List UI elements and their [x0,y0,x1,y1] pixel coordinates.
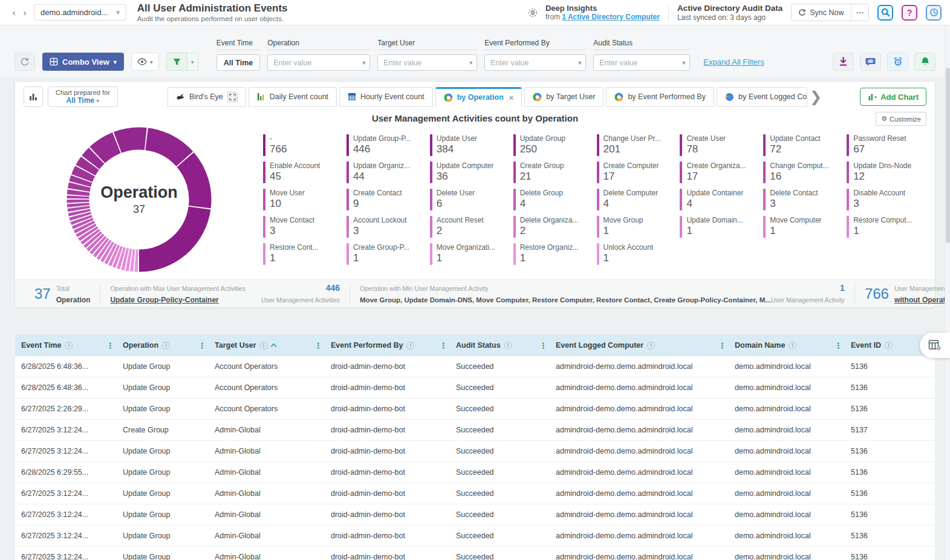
expand-all-filters-link[interactable]: Expand All Filters [703,57,764,67]
legend-item[interactable]: Delete User6 [430,189,507,210]
legend-item[interactable]: Move Contact3 [263,216,340,238]
legend-item[interactable]: Unlock Account1 [597,243,674,265]
legend-item[interactable]: Update Organiz...44 [346,161,424,183]
column-header-audit-status[interactable]: Audit Statusi⋮ [450,334,550,356]
column-menu-icon[interactable]: ⋮ [314,341,322,350]
legend-item[interactable]: Create User78 [680,134,757,156]
event-performed-by-filter-input[interactable] [485,55,585,70]
chart-tab-by-target-user[interactable]: by Target User [524,87,604,107]
donut-slice[interactable] [139,208,200,261]
legend-item[interactable]: Restore Comput...1 [847,216,924,238]
donut-slice[interactable] [97,143,117,155]
donut-slice[interactable] [186,160,200,207]
donut-slice[interactable] [94,241,96,243]
donut-slice[interactable] [80,179,82,184]
notifications-button[interactable] [914,53,935,71]
table-row[interactable]: 6/28/2025 6:29:55...Update GroupAdmin-Gl… [15,462,935,483]
export-download-button[interactable] [833,53,854,71]
info-icon[interactable]: i [885,342,893,350]
alert-schedule-button[interactable] [887,53,908,71]
view-mode-button[interactable]: Combo View ▾ [42,53,124,71]
table-row[interactable]: 6/27/2025 3:12:24...Create GroupAdmin-Gl… [15,420,935,441]
legend-item[interactable]: Change User Pr...201 [597,134,674,156]
chart-type-button[interactable] [24,86,43,107]
filter-button[interactable]: ▾ [166,53,198,71]
info-icon[interactable]: i [65,342,73,350]
table-row[interactable]: 6/27/2025 3:12:24...Update GroupAdmin-Gl… [15,483,935,504]
legend-item[interactable]: Create Contact9 [346,189,424,210]
legend-item[interactable]: Create Computer17 [597,161,674,183]
add-chart-button[interactable]: Add Chart [860,88,926,106]
column-menu-icon[interactable]: ⋮ [718,341,726,350]
donut-slice[interactable] [86,163,90,170]
audit-status-filter-input[interactable] [594,55,689,70]
legend-item[interactable]: Update Group250 [513,134,591,156]
operation-filter-input[interactable] [268,55,369,70]
info-icon[interactable]: i [162,342,170,350]
active-directory-computer-link[interactable]: 1 Active Directory Computer [562,13,660,21]
legend-item[interactable]: Delete Contact3 [763,189,841,210]
reset-view-button[interactable] [15,53,35,71]
donut-slice[interactable] [79,185,80,190]
donut-slice[interactable] [109,253,112,255]
column-menu-icon[interactable]: ⋮ [440,341,447,350]
chart-tab-by-operation[interactable]: by Operation× [435,87,522,107]
customize-button[interactable]: ⚙ Customize [876,112,926,126]
column-header-event-time[interactable]: Event Timei⋮ [15,334,117,356]
donut-chart[interactable]: Operation 37 [15,126,263,273]
chart-prepared-for-dropdown[interactable]: Chart prepared for All Time ▾ [48,86,118,107]
max-operation-link[interactable]: Update Group-Policy-Container [110,296,218,304]
info-icon[interactable]: i [260,342,268,350]
donut-slice[interactable] [128,259,131,260]
info-icon[interactable]: i [406,342,414,350]
column-menu-icon[interactable]: ⋮ [198,341,206,350]
column-settings-button[interactable]: ⚙ [920,333,950,358]
legend-item[interactable]: Create Group21 [513,161,591,183]
donut-slice[interactable] [78,191,79,195]
donut-slice[interactable] [117,138,145,142]
chart-tab-hourly-event-count[interactable]: Hourly Event count [339,87,433,107]
donut-slice[interactable] [84,226,85,228]
legend-item[interactable]: Update Domain...1 [680,216,757,238]
column-header-target-user[interactable]: Target Useri⋮ [209,334,325,356]
sync-more-button[interactable]: ⋯ [851,4,869,21]
legend-item[interactable]: Restore Cont...1 [263,243,340,265]
legend-item[interactable]: Update Container4 [680,189,757,210]
tenant-scope-dropdown[interactable]: demo.admindroid... ▾ [34,4,126,21]
donut-slice[interactable] [91,156,97,163]
legend-item[interactable]: Restore Organiz...1 [513,243,591,265]
column-menu-icon[interactable]: ⋮ [835,341,842,350]
donut-slice[interactable] [106,251,109,252]
legend-item[interactable]: Update Contact72 [763,134,841,156]
column-header-event-logged-computer[interactable]: Event Logged Computeri⋮ [550,334,729,356]
donut-slice[interactable] [82,171,85,178]
table-row[interactable]: 6/28/2025 6:48:36...Update GroupAccount … [15,356,935,377]
target-user-filter-input[interactable] [378,55,477,70]
table-row[interactable]: 6/27/2025 3:12:24...Update GroupAdmin-Gl… [15,526,935,547]
legend-item[interactable]: Update User384 [430,134,507,156]
legend-item[interactable]: Password Reset67 [847,134,924,156]
donut-slice[interactable] [103,249,106,251]
table-row[interactable]: 6/27/2025 3:12:24...Update GroupAdmin-Gl… [15,547,935,560]
expand-icon[interactable] [227,92,238,102]
legend-item[interactable]: Create Group-P...1 [346,243,424,265]
legend-item[interactable]: Move User10 [263,189,340,210]
chart-tab-by-event-logged-com[interactable]: by Event Logged Com [717,87,807,107]
close-icon[interactable]: × [509,93,514,102]
table-row[interactable]: 6/27/2025 3:12:24...Update GroupAdmin-Gl… [15,504,935,526]
help-button[interactable]: ? [902,5,917,21]
legend-item[interactable]: Account Lockout3 [346,216,424,238]
donut-slice[interactable] [100,247,103,249]
nav-back-button[interactable]: ‹ [8,5,19,20]
legend-item[interactable]: Move Organizati...1 [430,243,507,265]
donut-slice[interactable] [124,259,126,259]
column-header-operation[interactable]: Operationi⋮ [117,334,209,356]
without-operation-link[interactable]: without Operation [894,296,950,304]
table-row[interactable]: 6/27/2025 3:12:24...Update GroupAdmin-Gl… [15,441,935,462]
history-button[interactable] [926,5,942,21]
legend-item[interactable]: Update Dns-Node12 [847,161,924,183]
chart-tab-daily-event-count[interactable]: Daily Event count [249,87,337,107]
search-button[interactable] [877,5,893,21]
legend-item[interactable]: -766 [263,134,340,156]
page-scrollbar[interactable] [945,25,950,560]
